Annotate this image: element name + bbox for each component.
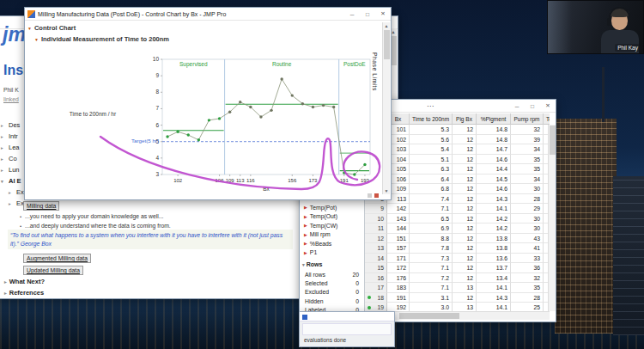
column-item[interactable]: ▶Mill rpm <box>304 230 331 239</box>
table-row[interactable]: 31035.41214.734 <box>365 144 550 155</box>
table-cell[interactable]: 13.4 <box>477 273 511 284</box>
table-cell[interactable]: 5.6 <box>410 135 453 145</box>
table-row[interactable]: 51056.31214.435 <box>365 164 550 174</box>
table-cell[interactable]: 12 <box>453 254 477 264</box>
table-cell[interactable]: 14.8 <box>477 125 511 135</box>
table-cell[interactable]: 13.8 <box>477 234 511 244</box>
table-cell[interactable]: 7.1 <box>410 204 453 214</box>
disclosure-icon[interactable]: ▼ <box>27 26 32 31</box>
table-row[interactable]: 171837.11314.135 <box>365 283 550 293</box>
table-row[interactable]: 11015.31214.832 <box>365 125 550 135</box>
table-cell[interactable]: 176 <box>387 273 410 284</box>
disclosure-icon[interactable]: ▸ <box>4 279 7 285</box>
table-row[interactable]: 81137.41214.328 <box>365 194 550 205</box>
table-cell[interactable]: 5.4 <box>410 144 453 155</box>
disclosure-icon[interactable]: ▸ <box>1 156 6 162</box>
table-cell[interactable]: 142 <box>387 204 410 214</box>
table-row[interactable]: 141717.31213.633 <box>365 254 550 264</box>
milling-data-link[interactable]: Milling data <box>23 201 59 211</box>
table-cell[interactable]: 12 <box>453 223 477 234</box>
column-item[interactable]: ▶Temp(Out) <box>304 212 337 221</box>
status-icon[interactable] <box>368 193 372 198</box>
table-cell[interactable]: 12 <box>453 234 477 244</box>
table-cell[interactable]: 157 <box>387 243 410 254</box>
journal-nav-item[interactable]: ▸Lun <box>1 164 24 175</box>
journal-byline-link[interactable]: linked <box>3 96 19 102</box>
table-cell[interactable]: 12 <box>453 214 477 224</box>
table-cell[interactable]: 28 <box>511 194 544 205</box>
table-cell[interactable]: 14.1 <box>477 204 511 214</box>
table-row[interactable]: 161767.21213.432 <box>365 273 550 284</box>
table-row[interactable]: 61066.41214.534 <box>365 174 550 185</box>
table-cell[interactable]: 30 <box>511 214 544 224</box>
table-cell[interactable]: 6.9 <box>410 223 453 234</box>
table-cell[interactable]: 14.5 <box>477 174 511 185</box>
table-cell[interactable]: 13 <box>453 283 477 293</box>
table-cell[interactable]: 33 <box>511 254 544 264</box>
journal-nav-item[interactable]: ▸Lea <box>1 142 24 153</box>
scrollbar-thumb[interactable] <box>550 126 556 155</box>
table-cell[interactable]: 5.3 <box>410 125 453 135</box>
maximize-button[interactable]: □ <box>525 100 540 112</box>
table-cell[interactable]: 7.8 <box>410 243 453 254</box>
table-cell[interactable]: 5.1 <box>410 155 453 165</box>
journal-section-header[interactable]: ▸References <box>4 287 45 298</box>
table-cell[interactable]: 14.3 <box>477 293 511 303</box>
table-cell[interactable]: 191 <box>387 293 410 303</box>
table-cell[interactable]: 14.1 <box>477 303 511 311</box>
scroll-down-icon[interactable]: ▼ <box>385 187 389 194</box>
table-cell[interactable]: 12 <box>453 204 477 214</box>
outline-individual-measurement[interactable]: ▼ Individual Measurement of Time to 200n… <box>34 34 169 45</box>
table-cell[interactable]: 32 <box>511 273 544 284</box>
disclosure-icon[interactable]: ▸ <box>1 168 6 173</box>
table-cell[interactable]: 183 <box>387 283 410 293</box>
disclosure-icon[interactable]: ▼ <box>34 37 39 42</box>
table-cell[interactable]: 14.2 <box>477 223 511 234</box>
table-cell[interactable]: 7.1 <box>410 263 453 273</box>
row-number[interactable]: 19 <box>365 303 387 311</box>
column-header[interactable]: Tem <box>544 113 550 125</box>
table-cell[interactable]: 6.4 <box>410 174 453 185</box>
row-number[interactable]: 10 <box>365 214 387 224</box>
table-row[interactable]: 181913.11214.328 <box>365 293 550 303</box>
table-row[interactable]: 151727.11213.736 <box>365 263 550 273</box>
scroll-up-icon[interactable]: ▲ <box>385 22 389 29</box>
table-cell[interactable]: 172 <box>387 263 410 273</box>
table-cell[interactable]: 14.2 <box>477 214 511 224</box>
table-cell[interactable]: 6.3 <box>410 164 453 174</box>
disclosure-icon[interactable]: ▾ <box>1 179 6 184</box>
table-cell[interactable]: 14.6 <box>477 184 511 194</box>
disclosure-icon[interactable]: ▸ <box>9 201 14 206</box>
scroll-up-icon[interactable]: ▲ <box>392 28 396 35</box>
column-header[interactable]: %Pigment <box>477 113 511 125</box>
disclosure-icon[interactable]: ▾ <box>302 262 305 267</box>
close-button[interactable]: ✕ <box>375 8 391 20</box>
scrollbar-thumb[interactable] <box>399 313 459 319</box>
table-cell[interactable]: 8.8 <box>410 234 453 244</box>
table-cell[interactable]: 12 <box>453 273 477 284</box>
table-cell[interactable]: 43 <box>511 234 544 244</box>
table-cell[interactable]: 12 <box>453 174 477 185</box>
journal-nav-item[interactable]: ▸Co <box>1 153 24 164</box>
table-cell[interactable]: 12 <box>453 135 477 145</box>
outline-control-chart[interactable]: ▼ Control Chart <box>27 22 76 34</box>
chart-scrollbar[interactable]: ▲ ▼ <box>382 22 390 194</box>
table-row[interactable]: 111446.91214.230 <box>365 223 550 234</box>
table-cell[interactable]: 30 <box>511 184 544 194</box>
table-cell[interactable]: 14.4 <box>477 164 511 174</box>
table-cell[interactable]: 7.3 <box>410 254 453 264</box>
table-cell[interactable]: 3.1 <box>410 293 453 303</box>
row-number[interactable]: 13 <box>365 243 387 254</box>
row-number[interactable]: 18 <box>365 293 387 303</box>
table-cell[interactable]: 30 <box>511 223 544 234</box>
minimize-button[interactable]: ─ <box>509 100 525 112</box>
disclosure-icon[interactable]: ▸ <box>1 123 6 128</box>
table-cell[interactable]: 36 <box>511 263 544 273</box>
table-cell[interactable]: 3.0 <box>410 303 453 311</box>
table-cell[interactable]: 12 <box>453 243 477 254</box>
table-cell[interactable]: 35 <box>511 155 544 165</box>
chart-titlebar[interactable]: Milling Manufacturing Data (Post DoE) - … <box>25 8 391 21</box>
row-number[interactable]: 14 <box>365 254 387 264</box>
progress-titlebar[interactable] <box>300 312 394 321</box>
table-row[interactable]: 101436.51214.230 <box>365 214 550 224</box>
